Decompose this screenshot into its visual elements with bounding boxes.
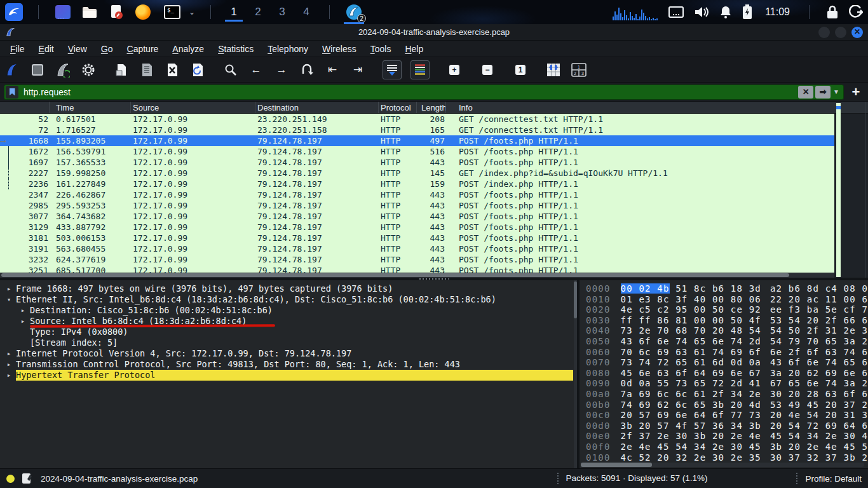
hex-row-00a0[interactable]: 00a07a 69 6c 6c 61 2f 34 2e30 20 28 63 6… (586, 389, 868, 400)
hex-row-0020[interactable]: 00204e c5 c2 95 00 50 ce 92ee f3 ba 5e c… (586, 304, 868, 315)
hex-row-00b0[interactable]: 00b074 69 62 6c 65 3b 20 4d53 49 45 20 3… (586, 400, 868, 410)
find-packet-button[interactable] (222, 62, 239, 78)
open-file-button[interactable] (113, 62, 130, 78)
filter-bookmark-button[interactable] (6, 86, 18, 98)
detail-row[interactable]: ▾Ethernet II, Src: Intel_b6:8d:c4 (18:3d… (0, 294, 577, 305)
terminal-button[interactable]: $_ (161, 3, 184, 21)
column-header-source[interactable]: Source (131, 102, 255, 113)
workspace-3[interactable]: 3 (275, 6, 290, 18)
wireshark-taskbar-button[interactable]: 2 (345, 3, 363, 21)
hex-row-0050[interactable]: 005043 6f 6e 74 65 6e 74 2d54 79 70 65 3… (586, 336, 868, 347)
packet-row-2236[interactable]: 2236161.227849172.17.0.9979.124.78.197HT… (0, 179, 834, 189)
filter-dropdown-caret-icon[interactable]: ▼ (833, 88, 839, 95)
resize-columns-button[interactable] (545, 62, 562, 78)
start-capture-button[interactable] (4, 62, 20, 78)
clear-filter-button[interactable]: ✕ (798, 86, 813, 98)
packet-row-2985[interactable]: 2985295.593253172.17.0.9979.124.78.197HT… (0, 200, 834, 211)
detail-row[interactable]: ▸Internet Protocol Version 4, Src: 172.1… (0, 348, 577, 359)
menu-view[interactable]: View (68, 44, 87, 54)
zoom-in-button[interactable]: + (446, 62, 463, 78)
expand-arrow-icon[interactable]: ▸ (19, 305, 27, 316)
column-header-destination[interactable]: Destination (255, 102, 379, 113)
terminal-dropdown-chevron-icon[interactable]: ⌄ (189, 8, 195, 17)
expand-arrow-icon[interactable]: ▸ (19, 316, 27, 327)
workspace-1[interactable]: 1 (226, 6, 241, 18)
packet-row-3232[interactable]: 3232624.377619172.17.0.9979.124.78.197HT… (0, 254, 834, 265)
capture-options-gear-button[interactable] (80, 62, 97, 78)
column-header-info[interactable]: Info (446, 102, 868, 113)
packet-list-hscrollbar[interactable] (0, 273, 834, 278)
reload-file-button[interactable] (189, 62, 206, 78)
hex-row-0070[interactable]: 007073 74 72 65 61 6d 0d 0a43 6f 6e 74 6… (586, 357, 868, 368)
close-file-button[interactable] (164, 62, 180, 78)
hex-row-0030[interactable]: 0030ff ff 86 81 00 00 50 4f53 54 20 2f 6… (586, 315, 868, 326)
packet-row-2347[interactable]: 2347226.462867172.17.0.9979.124.78.197HT… (0, 189, 834, 200)
hex-row-0090[interactable]: 00900d 0a 55 73 65 72 2d 4167 65 6e 74 3… (586, 378, 868, 389)
packet-row-3181[interactable]: 3181503.006153172.17.0.9979.124.78.197HT… (0, 233, 834, 243)
profile-indicator[interactable]: Profile: Default (805, 474, 862, 484)
maximize-button[interactable] (835, 27, 846, 38)
volume-icon[interactable] (694, 6, 709, 18)
menu-file[interactable]: File (10, 44, 25, 54)
battery-icon[interactable] (742, 4, 752, 20)
menu-statistics[interactable]: Statistics (218, 44, 254, 54)
menu-wireless[interactable]: Wireless (322, 44, 356, 54)
go-first-packet-button[interactable]: ⇤ (324, 62, 341, 78)
menu-go[interactable]: Go (101, 44, 113, 54)
network-icon[interactable] (668, 6, 684, 18)
capture-comment-icon[interactable] (22, 473, 31, 484)
notifications-bell-icon[interactable] (719, 5, 732, 19)
close-button[interactable]: ✕ (851, 27, 863, 38)
auto-scroll-button[interactable] (383, 60, 402, 79)
expand-arrow-icon[interactable]: ▸ (5, 359, 13, 370)
column-header-protocol[interactable]: Protocol (379, 102, 417, 113)
intelligent-scrollbar-minimap[interactable] (836, 103, 841, 277)
zoom-reset-button[interactable]: 1 (512, 62, 529, 78)
restart-capture-button[interactable] (55, 62, 71, 78)
expand-arrow-icon[interactable]: ▾ (5, 294, 13, 305)
packet-row-1668[interactable]: ⟶1668155.893205172.17.0.9979.124.78.197H… (0, 135, 834, 146)
column-header-time[interactable]: Time (50, 102, 131, 113)
expert-info-icon[interactable] (6, 475, 15, 483)
clock[interactable]: 11:09 (765, 6, 790, 18)
menu-tools[interactable]: Tools (370, 44, 391, 54)
detail-row[interactable]: ▸Transmission Control Protocol, Src Port… (0, 359, 577, 370)
display-filter-input[interactable]: http.request ✕ ➡ ▼ (4, 85, 844, 100)
hex-row-0000[interactable]: 000000 02 4b 51 8c b6 18 3da2 b6 8d c4 0… (586, 283, 868, 294)
stop-capture-button[interactable] (29, 62, 46, 78)
zoom-out-button[interactable]: − (479, 62, 496, 78)
text-editor-button[interactable] (107, 3, 125, 21)
hex-row-00d0[interactable]: 00d03b 20 57 4f 57 36 34 3b20 54 72 69 6… (586, 421, 868, 431)
app-window-button[interactable] (54, 3, 72, 21)
go-to-packet-button[interactable] (299, 62, 315, 78)
hex-row-0080[interactable]: 008045 6e 63 6f 64 69 6e 673a 20 62 69 6… (586, 368, 868, 379)
logout-power-icon[interactable] (849, 5, 863, 19)
packet-row-3251[interactable]: 3251685.517700172.17.0.9979.124.78.197HT… (0, 265, 834, 273)
window-titlebar[interactable]: 2024-09-04-traffic-analysis-exercise.pca… (0, 24, 868, 41)
packet-row-2227[interactable]: 2227159.998250172.17.0.9979.124.78.197HT… (0, 168, 834, 179)
menu-analyze[interactable]: Analyze (172, 44, 204, 54)
menu-capture[interactable]: Capture (127, 44, 159, 54)
colorize-packets-button[interactable] (410, 60, 430, 79)
save-file-button[interactable] (139, 62, 155, 78)
scrollbar-thumb[interactable] (581, 463, 652, 467)
detail-row[interactable]: ▸Frame 1668: 497 bytes on wire (3976 bit… (0, 283, 577, 294)
hex-row-0010[interactable]: 001001 e3 8c 3f 40 00 80 0622 20 ac 11 0… (586, 294, 868, 305)
hex-row-00c0[interactable]: 00c020 57 69 6e 64 6f 77 7320 4e 54 20 3… (586, 410, 868, 421)
expand-arrow-icon[interactable]: ▸ (5, 348, 13, 359)
layout-preferences-button[interactable]: 123 (571, 62, 587, 78)
packet-row-1672[interactable]: 1672156.539791172.17.0.9979.124.78.197HT… (0, 146, 834, 157)
hex-row-00e0[interactable]: 00e02f 37 2e 30 3b 20 2e 4e45 54 34 2e 3… (586, 431, 868, 442)
packet-row-72[interactable]: 721.716527172.17.0.9923.220.251.158HTTP1… (0, 125, 834, 135)
apply-filter-button[interactable]: ➡ (815, 86, 831, 98)
packet-row-3077[interactable]: 3077364.743682172.17.0.9979.124.78.197HT… (0, 211, 834, 222)
detail-row[interactable]: [Stream index: 5] (0, 337, 577, 348)
menu-help[interactable]: Help (405, 44, 423, 54)
detail-row[interactable]: ▸Destination: Cisco_51:8c:b6 (00:02:4b:5… (0, 305, 577, 316)
hex-row-0100[interactable]: 01004c 52 20 32 2e 30 2e 3530 37 32 37 3… (586, 452, 868, 463)
workspace-2[interactable]: 2 (250, 6, 266, 18)
expand-arrow-icon[interactable]: ▸ (5, 370, 13, 381)
scrollbar-thumb[interactable] (1, 273, 789, 277)
packet-row-3191[interactable]: 3191563.680455172.17.0.9979.124.78.197HT… (0, 243, 834, 254)
column-header-no[interactable]: No. (0, 102, 50, 113)
